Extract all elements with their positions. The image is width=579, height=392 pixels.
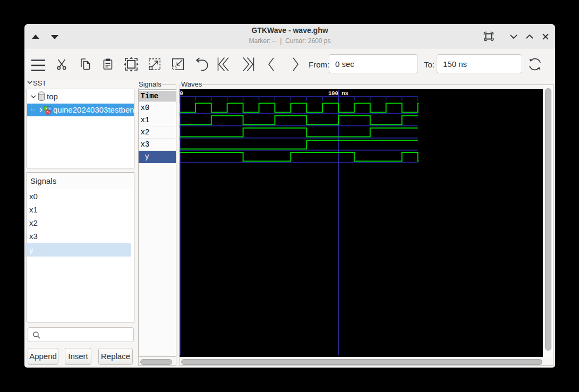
svg-text:0: 0: [180, 90, 183, 97]
svg-text:100 ns: 100 ns: [328, 90, 348, 97]
